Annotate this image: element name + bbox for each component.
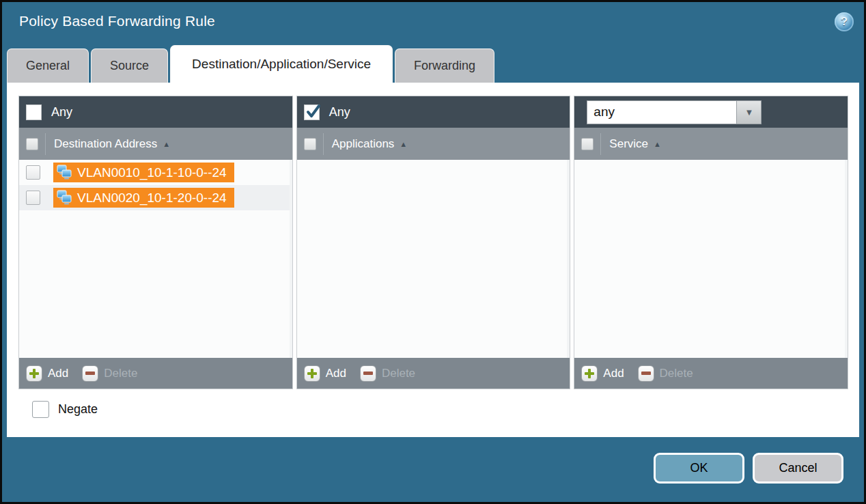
sort-ascending-icon bbox=[654, 140, 661, 148]
address-object-tag[interactable]: VLAN0020_10-1-20-0--24 bbox=[53, 188, 234, 208]
service-sort-header[interactable]: Service bbox=[609, 137, 661, 151]
applications-any-label: Any bbox=[329, 105, 350, 120]
tab-general[interactable]: General bbox=[7, 48, 89, 83]
service-panel: any Service Add bbox=[574, 96, 848, 389]
applications-column-header: Applications bbox=[297, 128, 570, 160]
dialog-footer: OK Cancel bbox=[2, 433, 864, 502]
dialog-title-bar: Policy Based Forwarding Rule bbox=[2, 2, 864, 45]
delete-button[interactable]: Delete bbox=[82, 365, 137, 382]
add-button[interactable]: Add bbox=[304, 365, 346, 382]
service-column-header: Service bbox=[574, 128, 848, 160]
plus-icon bbox=[581, 365, 598, 382]
negate-option: Negate bbox=[32, 401, 848, 418]
minus-icon bbox=[360, 365, 376, 382]
destination-address-sort-header[interactable]: Destination Address bbox=[54, 137, 170, 151]
row-checkbox[interactable] bbox=[26, 191, 40, 205]
applications-select-all-checkbox[interactable] bbox=[304, 138, 316, 150]
selector-columns: Any Destination Address bbox=[18, 96, 848, 389]
applications-sort-header[interactable]: Applications bbox=[332, 137, 408, 151]
tab-source[interactable]: Source bbox=[91, 48, 168, 83]
negate-label: Negate bbox=[58, 402, 98, 417]
delete-button[interactable]: Delete bbox=[360, 365, 415, 382]
plus-icon bbox=[26, 365, 42, 382]
minus-icon bbox=[82, 365, 98, 382]
service-any-bar: any bbox=[574, 96, 848, 128]
address-object-tag[interactable]: VLAN0010_10-1-10-0--24 bbox=[53, 163, 234, 182]
service-dropdown-value: any bbox=[587, 100, 736, 124]
policy-based-forwarding-dialog: Policy Based Forwarding Rule General Sou… bbox=[0, 0, 866, 504]
applications-panel: Any Applications Add bbox=[296, 96, 571, 389]
add-button[interactable]: Add bbox=[26, 365, 68, 382]
service-list bbox=[574, 160, 848, 358]
table-row[interactable]: VLAN0010_10-1-10-0--24 bbox=[19, 160, 290, 185]
chevron-down-icon[interactable] bbox=[736, 100, 762, 124]
applications-any-bar: Any bbox=[297, 96, 570, 128]
destination-address-list: VLAN0010_10-1-10-0--24 VLAN bbox=[19, 160, 292, 358]
delete-button[interactable]: Delete bbox=[638, 365, 693, 382]
plus-icon bbox=[304, 365, 320, 382]
add-button[interactable]: Add bbox=[581, 365, 624, 382]
checkmark-icon bbox=[305, 104, 322, 120]
minus-icon bbox=[638, 365, 654, 382]
destination-any-bar: Any bbox=[19, 96, 292, 128]
negate-checkbox[interactable] bbox=[32, 401, 49, 418]
tab-bar: General Source Destination/Application/S… bbox=[2, 45, 864, 83]
table-row[interactable]: VLAN0020_10-1-20-0--24 bbox=[19, 185, 290, 210]
address-object-label: VLAN0010_10-1-10-0--24 bbox=[77, 165, 227, 180]
service-select-all-checkbox[interactable] bbox=[581, 138, 593, 150]
network-object-icon bbox=[56, 165, 72, 180]
service-toolbar: Add Delete bbox=[574, 358, 848, 389]
tab-forwarding[interactable]: Forwarding bbox=[395, 48, 494, 83]
ok-button[interactable]: OK bbox=[654, 453, 744, 484]
destination-select-all-checkbox[interactable] bbox=[26, 138, 38, 150]
destination-toolbar: Add Delete bbox=[19, 358, 292, 389]
applications-list bbox=[297, 160, 570, 358]
destination-any-label: Any bbox=[51, 105, 72, 120]
tab-content: Any Destination Address bbox=[7, 83, 859, 437]
sort-ascending-icon bbox=[163, 140, 170, 148]
service-dropdown[interactable]: any bbox=[587, 100, 762, 124]
destination-any-checkbox[interactable] bbox=[26, 104, 42, 120]
dialog-title: Policy Based Forwarding Rule bbox=[19, 13, 215, 29]
destination-column-header: Destination Address bbox=[19, 128, 292, 160]
help-icon[interactable] bbox=[835, 12, 854, 31]
destination-address-panel: Any Destination Address bbox=[18, 96, 293, 389]
row-checkbox[interactable] bbox=[26, 165, 40, 180]
tab-destination-application-service[interactable]: Destination/Application/Service bbox=[170, 45, 393, 83]
sort-ascending-icon bbox=[400, 140, 407, 148]
cancel-button[interactable]: Cancel bbox=[753, 453, 843, 484]
applications-toolbar: Add Delete bbox=[297, 358, 570, 389]
applications-any-checkbox[interactable] bbox=[304, 104, 320, 120]
network-object-icon bbox=[56, 190, 72, 206]
address-object-label: VLAN0020_10-1-20-0--24 bbox=[77, 191, 227, 206]
